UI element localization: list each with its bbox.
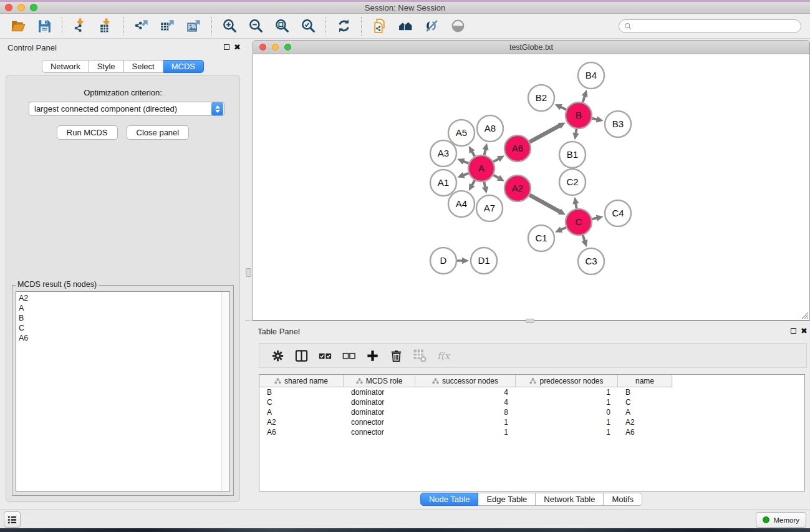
toolbar-separator [211, 17, 212, 36]
column-header-shared-name[interactable]: shared name [259, 375, 344, 387]
zoom-in-button[interactable] [221, 18, 238, 34]
result-item[interactable]: C [19, 323, 221, 333]
float-table-panel-icon[interactable] [791, 328, 796, 334]
columns-view-button[interactable] [293, 347, 309, 364]
gear-button[interactable] [269, 347, 286, 364]
tab-motifs[interactable]: Motifs [604, 493, 642, 506]
zoom-fit-button[interactable] [274, 18, 290, 34]
table-row[interactable]: Cdominator41C [259, 397, 804, 407]
graph-arrowhead-C-C3 [581, 239, 587, 247]
network-window-title: testGlobe.txt [253, 43, 809, 52]
graph-node-label-A7: A7 [484, 203, 495, 213]
tab-mcds[interactable]: MCDS [163, 60, 204, 73]
table-row[interactable]: Bdominator41B [259, 387, 804, 397]
delete-column-button[interactable] [388, 347, 404, 364]
control-panel-title: Control Panel [7, 43, 57, 52]
close-panel-icon[interactable]: ✖ [234, 44, 241, 51]
cell-predecessor-nodes: 0 [516, 408, 618, 417]
sitemap-icon [432, 378, 439, 384]
export-network-icon [134, 18, 150, 34]
table-row[interactable]: A6connector11A6 [259, 427, 804, 437]
horizontal-divider-handle[interactable] [526, 319, 534, 323]
result-item[interactable]: B [19, 313, 221, 323]
duplicate-network-icon [372, 18, 387, 34]
column-header-successor-nodes[interactable]: successor nodes [415, 375, 516, 387]
table-panel-tabs: Node TableEdge TableNetwork TableMotifs [253, 493, 810, 506]
hide-details-button[interactable] [423, 18, 440, 34]
network-window-titlebar: testGlobe.txt [253, 41, 809, 54]
memory-button[interactable]: Memory [756, 512, 806, 528]
network-graph[interactable]: AA1A2A3A4A5A6A7A8BB1B2B3B4CC1C2C3C4DD1 [253, 54, 809, 320]
save-session-icon [37, 18, 52, 34]
import-network-button[interactable] [72, 18, 88, 34]
graph-arrowhead-A-A7 [482, 186, 488, 194]
float-panel-icon[interactable] [224, 44, 229, 50]
add-column-button[interactable] [364, 347, 380, 364]
graph-node-label-B: B [576, 110, 582, 120]
function-builder-button: f(x) [435, 347, 451, 364]
import-table-button[interactable] [98, 18, 114, 34]
search-icon [624, 22, 632, 30]
result-item[interactable]: A6 [19, 333, 221, 343]
graph-edge-A6-B[interactable] [529, 125, 561, 142]
export-network-button[interactable] [133, 18, 150, 34]
sitemap-icon [274, 378, 281, 384]
graph-edge-A2-C[interactable] [529, 195, 561, 212]
table-row[interactable]: Adominator80A [259, 407, 804, 417]
deselect-all-icon [342, 349, 356, 363]
deselect-all-button[interactable] [340, 347, 357, 364]
graph-node-label-C4: C4 [612, 208, 624, 218]
table-panel-header: Table Panel ✖ [253, 324, 810, 339]
result-item[interactable]: A2 [19, 293, 221, 303]
home-button[interactable] [397, 18, 413, 34]
tab-network[interactable]: Network [42, 60, 89, 73]
result-scrollbar[interactable] [221, 292, 229, 491]
graph-arrowhead-D-D1 [462, 258, 469, 264]
vertical-divider-handle[interactable] [246, 268, 251, 277]
column-header-MCDS-role[interactable]: MCDS role [344, 375, 415, 387]
criterion-select[interactable]: largest connected component (directed) [29, 102, 224, 116]
optimization-criterion-label: Optimization criterion: [6, 88, 239, 97]
cell-successor-nodes: 4 [415, 388, 516, 397]
tab-network-table[interactable]: Network Table [536, 493, 604, 506]
export-image-button[interactable] [186, 18, 202, 34]
toolbar-search-field[interactable] [619, 19, 801, 33]
cell-successor-nodes: 8 [415, 408, 516, 417]
select-all-button[interactable] [317, 347, 333, 364]
columns-view-icon [294, 349, 309, 363]
refresh-layout-button[interactable] [335, 18, 352, 34]
zoom-out-button[interactable] [248, 18, 264, 34]
export-table-button[interactable] [160, 18, 176, 34]
tab-node-table[interactable]: Node Table [420, 493, 479, 506]
result-item[interactable]: A [19, 303, 221, 313]
tab-select[interactable]: Select [124, 60, 163, 73]
tab-style[interactable]: Style [89, 60, 124, 73]
node-table: shared nameMCDS rolesuccessor nodesprede… [259, 374, 805, 491]
mcds-tab-content: Optimization criterion: largest connecte… [6, 75, 240, 502]
resize-grip-icon[interactable] [800, 311, 809, 319]
graph-node-label-A2: A2 [512, 183, 523, 193]
column-header-predecessor-nodes[interactable]: predecessor nodes [516, 375, 618, 387]
column-header-name[interactable]: name [618, 375, 672, 387]
zoom-selected-button[interactable] [300, 18, 316, 34]
save-session-button[interactable] [36, 18, 52, 34]
network-canvas[interactable]: AA1A2A3A4A5A6A7A8BB1B2B3B4CC1C2C3C4DD1 [253, 54, 809, 320]
graph-arrowhead-C-C2 [572, 197, 579, 205]
export-table-icon [160, 18, 176, 34]
close-panel-button[interactable]: Close panel [127, 125, 190, 140]
toolbar-separator [361, 17, 362, 36]
show-panels-button[interactable] [4, 511, 21, 528]
cell-name: A2 [618, 418, 672, 427]
open-session-button[interactable] [10, 18, 26, 34]
close-table-panel-icon[interactable]: ✖ [801, 327, 808, 334]
eye-button[interactable] [450, 18, 466, 34]
duplicate-network-button[interactable] [371, 18, 387, 34]
cell-MCDS-role: connector [344, 418, 415, 427]
search-input[interactable] [634, 22, 796, 31]
tab-edge-table[interactable]: Edge Table [478, 493, 536, 506]
main-titlebar: Session: New Session [0, 2, 810, 14]
toolbar-separator [123, 17, 124, 36]
run-mcds-button[interactable]: Run MCDS [57, 125, 118, 140]
session-title: Session: New Session [0, 3, 810, 12]
table-row[interactable]: A2connector11A2 [259, 417, 804, 427]
